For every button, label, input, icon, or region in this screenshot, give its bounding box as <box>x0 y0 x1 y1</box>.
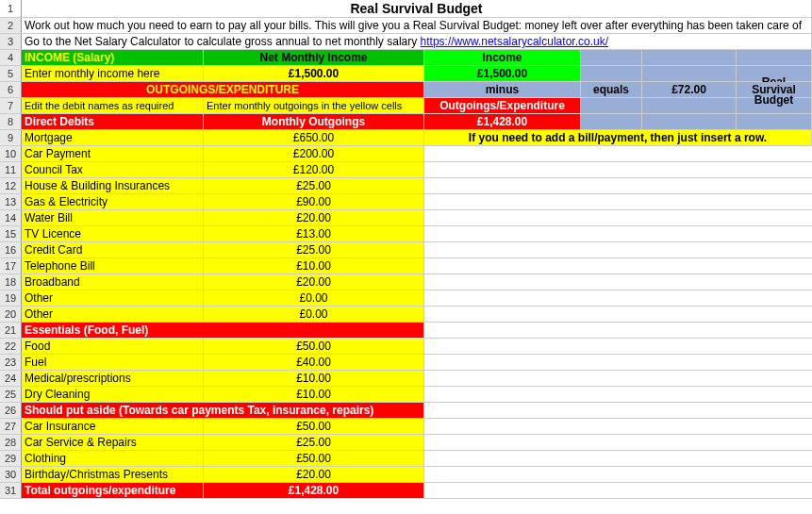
row-income-header: 4 INCOME (Salary) Net Monthly Income Inc… <box>0 50 812 66</box>
expense-value[interactable]: £0.00 <box>204 307 424 322</box>
row-num: 2 <box>0 18 22 33</box>
expense-label[interactable]: Clothing <box>22 451 204 466</box>
outgoings-header: OUTGOINGS/EXPENDITURE <box>22 82 424 97</box>
table-row: 27Car Insurance£50.00 <box>0 419 812 435</box>
table-row: 25Dry Cleaning£10.00 <box>0 387 812 403</box>
blank-cell <box>737 114 812 129</box>
direct-debits-label: Direct Debits <box>22 114 204 129</box>
blank-cell <box>581 114 642 129</box>
row-num: 8 <box>0 114 22 129</box>
aside-header: Should put aside (Towards car payments T… <box>22 403 424 418</box>
row-total: 31 Total outgoings/expenditure £1,428.00 <box>0 483 812 499</box>
row-desc2: 3 Go to the Net Salary Calculator to cal… <box>0 34 812 50</box>
row-num: 14 <box>0 210 22 225</box>
expense-label[interactable]: Other <box>22 290 204 306</box>
expense-value[interactable]: £200.00 <box>204 146 424 161</box>
expense-label[interactable]: Telephone Bill <box>22 258 204 274</box>
row-num: 5 <box>0 66 22 81</box>
expense-value[interactable]: £20.00 <box>204 210 424 225</box>
row-num: 19 <box>0 290 22 306</box>
expense-label[interactable]: TV Licence <box>22 226 204 241</box>
row-essentials-header: 21 Essentials (Food, Fuel) <box>0 323 812 339</box>
table-row: 24Medical/prescriptions£10.00 <box>0 371 812 387</box>
row-num: 25 <box>0 387 22 402</box>
blank-cell <box>642 50 737 65</box>
blank-cell <box>581 98 642 113</box>
row-num: 10 <box>0 146 22 161</box>
expense-value[interactable]: £0.00 <box>204 290 424 306</box>
enter-income-label: Enter monthly income here <box>22 66 204 81</box>
expense-label[interactable]: House & Building Insurances <box>22 178 204 193</box>
expense-label[interactable]: Medical/prescriptions <box>22 371 204 386</box>
expense-label[interactable]: Food <box>22 339 204 354</box>
expense-value[interactable]: £13.00 <box>204 226 424 241</box>
expense-value[interactable]: £40.00 <box>204 355 424 370</box>
expense-label[interactable]: Dry Cleaning <box>22 387 204 402</box>
row-num: 11 <box>0 162 22 177</box>
page-title: Real Survival Budget <box>22 0 812 17</box>
expense-label[interactable]: Gas & Electricity <box>22 194 204 209</box>
table-row: 12House & Building Insurances£25.00 <box>0 178 812 194</box>
result-value: £72.00 <box>642 82 737 97</box>
expense-label[interactable]: Mortgage <box>22 130 204 145</box>
salary-calculator-link[interactable]: https://www.netsalarycalculator.co.uk/ <box>421 35 608 48</box>
table-row: 19Other£0.00 <box>0 290 812 307</box>
expense-value[interactable]: £25.00 <box>204 242 424 257</box>
table-row: 20Other£0.00 <box>0 307 812 323</box>
expense-label[interactable]: Fuel <box>22 355 204 370</box>
table-row: 23Fuel£40.00 <box>0 355 812 371</box>
desc-link-cell: Go to the Net Salary Calculator to calcu… <box>22 34 812 49</box>
blank-cell <box>581 50 642 65</box>
expense-value[interactable]: £90.00 <box>204 194 424 209</box>
edit-hint-2: Enter monthly outgoings in the yellow ce… <box>204 98 424 113</box>
row-num: 13 <box>0 194 22 209</box>
expense-value[interactable]: £20.00 <box>204 274 424 290</box>
expense-label[interactable]: Birthday/Christmas Presents <box>22 467 204 482</box>
expense-label[interactable]: Car Payment <box>22 146 204 161</box>
expense-value[interactable]: £50.00 <box>204 419 424 434</box>
total-label: Total outgoings/expenditure <box>22 483 204 498</box>
expense-value[interactable]: £120.00 <box>204 162 424 177</box>
row-aside-header: 26 Should put aside (Towards car payment… <box>0 403 812 419</box>
income-input[interactable]: £1,500.00 <box>204 66 424 81</box>
table-row: 15TV Licence£13.00 <box>0 226 812 242</box>
expense-value[interactable]: £20.00 <box>204 467 424 482</box>
expense-label[interactable]: Water Bill <box>22 210 204 225</box>
expense-value[interactable]: £50.00 <box>204 339 424 354</box>
table-row: 13Gas & Electricity£90.00 <box>0 194 812 210</box>
row-num: 24 <box>0 371 22 386</box>
expense-value[interactable]: £650.00 <box>204 130 424 145</box>
desc-prefix: Go to the Net Salary Calculator to calcu… <box>25 35 421 48</box>
expense-label[interactable]: Car Insurance <box>22 419 204 434</box>
expense-value[interactable]: £25.00 <box>204 435 424 450</box>
row-num: 12 <box>0 178 22 193</box>
desc-text: Work out how much you need to earn to pa… <box>22 18 812 33</box>
row-desc1: 2 Work out how much you need to earn to … <box>0 18 812 34</box>
blank-cell <box>737 50 812 65</box>
row-num: 20 <box>0 307 22 322</box>
row-subheader: 8 Direct Debits Monthly Outgoings £1,428… <box>0 114 812 130</box>
expense-label[interactable]: Car Service & Repairs <box>22 435 204 450</box>
blank-cell <box>642 114 737 129</box>
row-num: 31 <box>0 483 22 498</box>
table-row: 9 Mortgage £650.00 If you need to add a … <box>0 130 812 146</box>
table-row: 17Telephone Bill£10.00 <box>0 258 812 274</box>
table-row: 28Car Service & Repairs£25.00 <box>0 435 812 451</box>
expense-label[interactable]: Council Tax <box>22 162 204 177</box>
expense-label[interactable]: Other <box>22 307 204 322</box>
blank-cell <box>642 66 737 81</box>
expense-label[interactable]: Credit Card <box>22 242 204 257</box>
expense-value[interactable]: £25.00 <box>204 178 424 193</box>
row-num: 29 <box>0 451 22 466</box>
expense-value[interactable]: £50.00 <box>204 451 424 466</box>
row-num: 3 <box>0 34 22 49</box>
expense-label[interactable]: Broadband <box>22 274 204 290</box>
insert-row-note: If you need to add a bill/payment, then … <box>424 130 812 145</box>
row-num: 4 <box>0 50 22 65</box>
blank-cell <box>642 98 737 113</box>
table-row: 22Food£50.00 <box>0 339 812 355</box>
expense-value[interactable]: £10.00 <box>204 371 424 386</box>
expense-value[interactable]: £10.00 <box>204 387 424 402</box>
expense-value[interactable]: £10.00 <box>204 258 424 274</box>
blank-cell <box>581 66 642 81</box>
